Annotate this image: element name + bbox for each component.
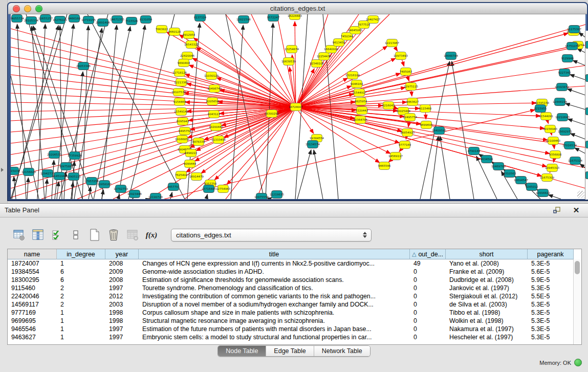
graph-edge[interactable]: [57, 182, 59, 199]
graph-node[interactable]: 30975887: [59, 163, 73, 170]
graph-edge[interactable]: [573, 60, 585, 65]
graph-node[interactable]: 10364785: [353, 116, 367, 124]
graph-edge[interactable]: [565, 103, 585, 110]
network-canvas[interactable]: 1872400776638229660128891295416543325224…: [11, 14, 585, 199]
graph-edge[interactable]: [297, 150, 311, 199]
graph-node[interactable]: 10975554: [254, 193, 269, 200]
table-cell[interactable]: 2008: [105, 259, 139, 268]
graph-node[interactable]: 8137324: [194, 14, 207, 21]
table-cell[interactable]: 6: [57, 268, 105, 276]
graph-edge[interactable]: [118, 25, 145, 199]
graph-node[interactable]: 18724007: [289, 103, 303, 111]
table-cell[interactable]: 1: [57, 333, 105, 341]
graph-node[interactable]: 9154469: [173, 98, 186, 106]
graph-node[interactable]: 16224483: [288, 14, 302, 20]
graph-node[interactable]: 12093872: [555, 83, 569, 91]
graph-node[interactable]: 14569117: [388, 152, 403, 160]
tab-edge-table[interactable]: Edge Table: [266, 346, 314, 356]
graph-edge[interactable]: [11, 65, 296, 107]
graph-node[interactable]: 9129946: [561, 55, 574, 62]
graph-node[interactable]: 13216104: [345, 72, 360, 79]
scrollbar-thumb[interactable]: [575, 261, 580, 274]
table-cell[interactable]: 0: [410, 300, 446, 309]
graph-node[interactable]: 9043123: [208, 111, 221, 118]
table-cell[interactable]: 5.3E-5: [528, 259, 574, 268]
graph-node[interactable]: 9245012: [526, 183, 538, 191]
table-cell[interactable]: Yano et al. (2008): [446, 259, 528, 268]
table-cell[interactable]: 1997: [105, 284, 139, 292]
graph-edge[interactable]: [575, 148, 585, 154]
table-cell[interactable]: Genome-wide association studies in ADHD.: [139, 268, 410, 276]
table-cell[interactable]: 2: [57, 284, 105, 292]
graph-node[interactable]: 11219835: [270, 191, 284, 199]
graph-node[interactable]: 8215955: [534, 105, 547, 113]
graph-node[interactable]: 10407427: [366, 16, 380, 24]
graph-edge[interactable]: [190, 107, 296, 147]
trash-icon[interactable]: [107, 228, 120, 242]
graph-node[interactable]: 20206535: [47, 151, 61, 159]
graph-node[interactable]: 10719155: [81, 16, 96, 24]
graph-node[interactable]: 9310563: [504, 170, 516, 178]
graph-node[interactable]: 15276021: [53, 16, 67, 24]
graph-node[interactable]: 18300295: [265, 110, 279, 118]
table-cell[interactable]: 1: [57, 309, 105, 317]
table-cell[interactable]: Stergiakouli et al. (2012): [446, 292, 528, 300]
table-cell[interactable]: 5.6E-5: [528, 268, 574, 276]
table-cell[interactable]: Nakamura et al. (1997): [446, 325, 528, 333]
graph-node[interactable]: 12754963: [216, 185, 230, 193]
table-cell[interactable]: Estimation of significance thresholds fo…: [139, 276, 410, 284]
memory-status[interactable]: Memory: OK: [539, 359, 582, 366]
toggle-column-icon[interactable]: [31, 228, 45, 242]
graph-edge[interactable]: [11, 75, 296, 107]
graph-node[interactable]: 16854923: [400, 129, 415, 137]
table-row[interactable]: 946554611997Estimation of the future num…: [8, 325, 581, 333]
graph-node[interactable]: 10994422: [536, 189, 550, 197]
graph-node[interactable]: 12718126: [172, 69, 187, 77]
graph-edge[interactable]: [440, 136, 450, 199]
graph-node[interactable]: 15751074: [565, 42, 579, 50]
graph-node[interactable]: 10655257: [38, 15, 53, 23]
graph-node[interactable]: 9495754: [179, 127, 191, 135]
table-cell[interactable]: 0: [410, 292, 446, 300]
table-cell[interactable]: 2009: [105, 268, 139, 276]
graph-node[interactable]: 10973493: [394, 52, 408, 60]
graph-node[interactable]: 10469789: [491, 163, 506, 170]
table-cell[interactable]: 2012: [105, 292, 139, 300]
column-header-in_degree[interactable]: in_degree: [57, 249, 105, 259]
graph-node[interactable]: 26105334: [24, 17, 38, 25]
graph-node[interactable]: 10210643: [555, 114, 570, 121]
graph-node[interactable]: 11675324: [568, 157, 582, 165]
graph-node[interactable]: 9115460: [419, 105, 432, 113]
table-cell[interactable]: 22420046: [8, 292, 57, 300]
table-cell[interactable]: 1998: [105, 309, 139, 317]
graph-edge[interactable]: [567, 89, 585, 95]
graph-node[interactable]: 16543325: [184, 41, 199, 49]
table-source-dropdown[interactable]: citations_edges.txt: [171, 229, 372, 242]
table-cell[interactable]: 1: [57, 317, 105, 325]
graph-node[interactable]: 17359926: [68, 152, 82, 160]
minimize-window-button[interactable]: [24, 5, 31, 12]
table-cell[interactable]: 9115460: [8, 284, 57, 292]
table-cell[interactable]: 2003: [105, 300, 139, 309]
column-header-short[interactable]: short: [446, 249, 528, 259]
table-row[interactable]: 2242004622012Investigating the contribut…: [8, 292, 581, 300]
graph-node[interactable]: 9634508: [481, 156, 493, 163]
close-panel-icon[interactable]: ✕: [572, 206, 581, 215]
network-window[interactable]: citations_edges.txt 18724007766382296601…: [7, 2, 588, 201]
graph-node[interactable]: 17016534: [562, 142, 577, 149]
table-settings-icon[interactable]: [12, 228, 26, 242]
table-row[interactable]: 1830029562008Estimation of significance …: [8, 276, 581, 284]
zoom-window-button[interactable]: [35, 5, 42, 12]
table-cell[interactable]: 2008: [105, 276, 139, 284]
graph-edge[interactable]: [269, 198, 272, 199]
graph-node[interactable]: 9099444: [184, 160, 197, 168]
column-header-title[interactable]: title: [139, 249, 410, 259]
function-builder-icon[interactable]: f(x): [145, 228, 158, 242]
table-cell[interactable]: 0: [410, 325, 446, 333]
table-cell[interactable]: 6: [57, 276, 105, 284]
graph-node[interactable]: 10639539: [281, 58, 296, 65]
table-cell[interactable]: 2: [57, 292, 105, 300]
graph-node[interactable]: 9465546: [378, 162, 391, 170]
graph-node[interactable]: 12213369: [174, 79, 188, 86]
graph-node[interactable]: 7663822: [156, 26, 168, 33]
